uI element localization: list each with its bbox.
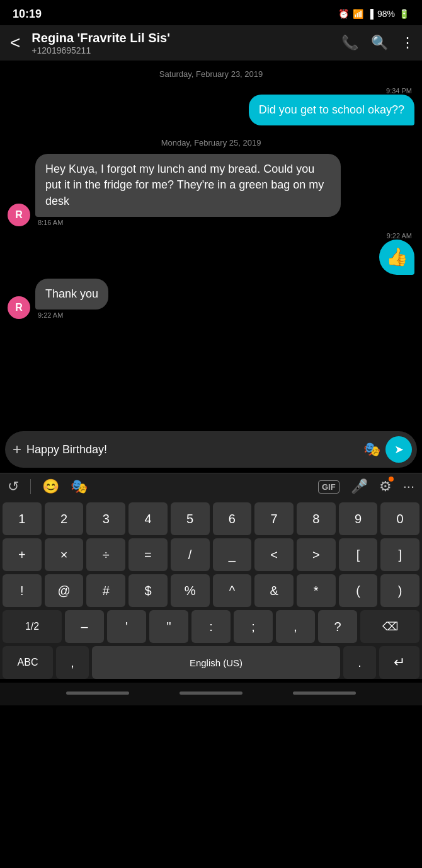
- search-icon[interactable]: 🔍: [371, 35, 388, 51]
- key-dollar[interactable]: $: [128, 574, 168, 607]
- status-time: 10:19: [13, 8, 42, 21]
- mic-icon[interactable]: 🎤: [351, 478, 368, 495]
- toolbar-divider: [30, 479, 31, 494]
- settings-wrapper: ⚙: [379, 478, 392, 495]
- nav-pill: [180, 692, 242, 695]
- key-apostrophe[interactable]: ': [107, 610, 146, 643]
- key-lparen[interactable]: (: [339, 574, 378, 607]
- emoji-bubble: 👍: [379, 240, 414, 275]
- message-input-area: + 🎭 ➤: [5, 431, 417, 468]
- nav-pill: [66, 692, 129, 695]
- send-button[interactable]: ➤: [385, 436, 412, 463]
- message-bubble-wrapper: Hey Kuya, I forgot my lunch and my bread…: [35, 154, 341, 226]
- attach-button[interactable]: +: [13, 441, 21, 458]
- key-2[interactable]: 2: [45, 502, 84, 535]
- key-divide[interactable]: ÷: [86, 538, 125, 571]
- message-bubble: Hey Kuya, I forgot my lunch and my bread…: [35, 154, 341, 217]
- key-colon[interactable]: :: [191, 610, 231, 643]
- key-comma-bottom[interactable]: ,: [56, 646, 89, 679]
- message-row: R Hey Kuya, I forgot my lunch and my bre…: [8, 154, 414, 226]
- notification-dot: [389, 477, 394, 482]
- key-abc[interactable]: ABC: [3, 646, 53, 679]
- key-exclaim[interactable]: !: [3, 574, 42, 607]
- message-text: Hey Kuya, I forgot my lunch and my bread…: [45, 163, 324, 207]
- contact-phone: +12019695211: [31, 45, 335, 55]
- key-question[interactable]: ?: [318, 610, 357, 643]
- back-button[interactable]: <: [5, 30, 25, 55]
- message-time: 8:16 AM: [35, 219, 66, 226]
- key-hash[interactable]: #: [86, 574, 125, 607]
- key-dash[interactable]: –: [65, 610, 104, 643]
- key-enter[interactable]: ↵: [379, 646, 419, 679]
- key-semicolon[interactable]: ;: [234, 610, 273, 643]
- send-icon: ➤: [394, 443, 404, 456]
- message-bubble-wrapper: 9:22 AM 👍: [379, 230, 414, 275]
- key-0[interactable]: 0: [380, 502, 419, 535]
- sticker-button[interactable]: 🎭: [363, 441, 380, 458]
- key-5[interactable]: 5: [171, 502, 210, 535]
- key-3[interactable]: 3: [86, 502, 125, 535]
- key-percent[interactable]: %: [171, 574, 210, 607]
- status-bar: 10:19 ⏰ 📶 ▐ 98% 🔋: [0, 0, 422, 25]
- translate-icon[interactable]: ↺: [8, 478, 19, 495]
- call-icon[interactable]: 📞: [341, 35, 358, 51]
- emoji-icon[interactable]: 😊: [42, 478, 59, 495]
- key-ampersand[interactable]: &: [254, 574, 294, 607]
- keyboard-row-numbers: 1 2 3 4 5 6 7 8 9 0: [3, 502, 419, 535]
- more-keyboard-icon[interactable]: ···: [403, 478, 414, 495]
- wifi-icon: 📶: [353, 9, 363, 19]
- avatar: R: [8, 296, 30, 319]
- message-input[interactable]: [26, 443, 358, 456]
- key-comma[interactable]: ,: [276, 610, 315, 643]
- key-7[interactable]: 7: [254, 502, 294, 535]
- message-bubble-wrapper: Thank you 9:22 AM: [35, 279, 108, 319]
- nav-bar: [0, 683, 422, 705]
- key-space[interactable]: English (US): [92, 646, 340, 679]
- toolbar-right: GIF 🎤 ⚙ ···: [318, 478, 414, 495]
- more-options-icon[interactable]: ⋮: [401, 35, 414, 51]
- key-rparen[interactable]: ): [380, 574, 419, 607]
- message-bubble: Thank you: [35, 279, 108, 310]
- date-divider-2: Monday, February 25, 2019: [8, 129, 414, 154]
- key-asterisk[interactable]: *: [297, 574, 336, 607]
- message-text: Did you get to school okay??: [259, 103, 404, 116]
- key-lt[interactable]: <: [254, 538, 294, 571]
- message-text: Thank you: [45, 287, 98, 300]
- message-time: 9:22 AM: [384, 232, 414, 240]
- signal-icon: ▐: [367, 9, 374, 19]
- keyboard: 1 2 3 4 5 6 7 8 9 0 + × ÷ = / _ < > [ ] …: [0, 500, 422, 679]
- key-at[interactable]: @: [45, 574, 84, 607]
- message-bubble-wrapper: 9:34 PM Did you get to school okay??: [249, 85, 414, 125]
- key-plus[interactable]: +: [3, 538, 42, 571]
- battery-icon: 🔋: [399, 9, 409, 19]
- key-gt[interactable]: >: [297, 538, 336, 571]
- avatar: R: [8, 204, 30, 226]
- key-8[interactable]: 8: [297, 502, 336, 535]
- key-caret[interactable]: ^: [213, 574, 252, 607]
- keyboard-toolbar: ↺ 😊 🎭 GIF 🎤 ⚙ ···: [0, 473, 422, 500]
- key-period[interactable]: .: [343, 646, 376, 679]
- sticker-toolbar-icon[interactable]: 🎭: [71, 478, 88, 495]
- key-slash[interactable]: /: [171, 538, 210, 571]
- contact-name[interactable]: Regina 'Fravrite Lil Sis': [31, 31, 335, 45]
- gif-button[interactable]: GIF: [318, 480, 339, 494]
- key-6[interactable]: 6: [213, 502, 252, 535]
- backspace-key[interactable]: ⌫: [360, 610, 419, 643]
- key-9[interactable]: 9: [339, 502, 378, 535]
- message-time: 9:34 PM: [384, 87, 414, 95]
- key-equals[interactable]: =: [128, 538, 168, 571]
- key-rbracket[interactable]: ]: [380, 538, 419, 571]
- key-quote[interactable]: ": [149, 610, 188, 643]
- key-underscore[interactable]: _: [213, 538, 252, 571]
- key-times[interactable]: ×: [45, 538, 84, 571]
- chat-area: Saturday, February 23, 2019 9:34 PM Did …: [0, 61, 422, 426]
- message-row: 9:22 AM 👍: [8, 230, 414, 275]
- key-12[interactable]: 1/2: [3, 610, 62, 643]
- message-time: 9:22 AM: [35, 311, 66, 319]
- key-4[interactable]: 4: [128, 502, 168, 535]
- battery-percent: 98%: [377, 9, 395, 19]
- key-lbracket[interactable]: [: [339, 538, 378, 571]
- message-row: R Thank you 9:22 AM: [8, 279, 414, 319]
- key-1[interactable]: 1: [3, 502, 42, 535]
- alarm-icon: ⏰: [338, 9, 349, 19]
